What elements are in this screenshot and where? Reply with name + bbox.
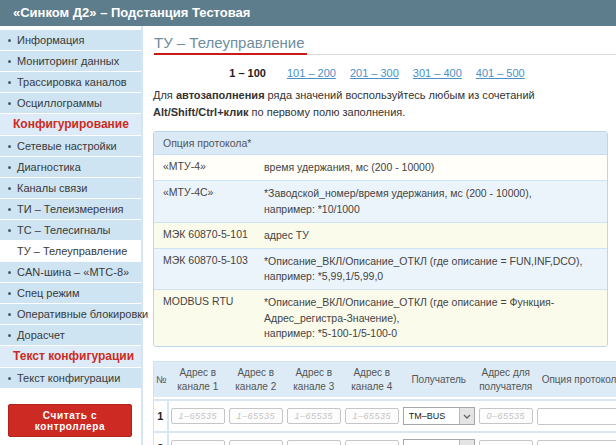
sidebar-item-ti-teleizmerenija[interactable]: ТИ – Телеизмерения xyxy=(0,199,141,219)
main-content: ТУ – Телеуправление 1 – 100101 – 200201 … xyxy=(141,26,616,445)
protocol-row-modbus: MODBUS RTU *Описание_ВКЛ/Описание_ОТКЛ (… xyxy=(154,290,607,346)
sidebar-item-tu-teleupravlenie[interactable]: ТУ – Телеуправление xyxy=(0,241,141,261)
pagination-link-101-200[interactable]: 101 – 200 xyxy=(287,67,336,79)
chevron-down-icon xyxy=(459,408,474,424)
protocol-option-input[interactable] xyxy=(537,440,616,445)
pagination: 1 – 100101 – 200201 – 300301 – 400401 – … xyxy=(153,67,608,79)
recipient-address-input[interactable] xyxy=(479,408,533,424)
sidebar-section-tekst-konfiguracii: Текст конфигурации xyxy=(0,346,141,367)
bullet-icon xyxy=(8,81,11,84)
protocol-row-mtu4: «МТУ-4» время удержания, мс (200 - 10000… xyxy=(154,155,607,181)
sidebar-item-setevye-nastrojki[interactable]: Сетевые настройки xyxy=(0,136,141,156)
pagination-link-201-300[interactable]: 201 – 300 xyxy=(350,67,399,79)
protocol-option-input[interactable] xyxy=(537,408,616,425)
pagination-current: 1 – 100 xyxy=(229,67,266,79)
sidebar: Информация Мониторинг данных Трассировка… xyxy=(0,26,141,445)
col-header-addr1: Адрес в канале 1 xyxy=(169,362,227,399)
table-row: 1 TM–BUS xyxy=(154,399,616,431)
telecontrol-table: № Адрес в канале 1 Адрес в канале 2 Адре… xyxy=(153,361,616,445)
bullet-icon xyxy=(8,292,11,295)
bullet-icon xyxy=(8,145,11,148)
col-header-addr2: Адрес в канале 2 xyxy=(227,362,285,399)
app-header: «Синком Д2» – Подстанция Тестовая xyxy=(0,0,616,26)
row-number: 2 xyxy=(154,431,169,445)
bullet-icon xyxy=(8,208,11,211)
sidebar-item-informacija[interactable]: Информация xyxy=(0,30,141,50)
protocol-options-table: Опция протокола* «МТУ-4» время удержания… xyxy=(153,131,608,347)
app-window: «Синком Д2» – Подстанция Тестовая Информ… xyxy=(0,0,616,445)
bullet-icon xyxy=(8,60,11,63)
channel4-address-input[interactable] xyxy=(345,440,399,445)
app-title: «Синком Д2» – Подстанция Тестовая xyxy=(13,5,250,20)
bullet-icon xyxy=(8,271,11,274)
sidebar-item-can-shina-mts8[interactable]: CAN-шина – «МТС-8» xyxy=(0,262,141,282)
table-header-row: № Адрес в канале 1 Адрес в канале 2 Адре… xyxy=(154,362,616,399)
bullet-icon xyxy=(8,377,11,380)
bullet-icon xyxy=(8,166,11,169)
col-header-recipient-addr: Адрес для получателя xyxy=(477,362,535,399)
sidebar-item-monitoring-dannyh[interactable]: Мониторинг данных xyxy=(0,51,141,71)
sidebar-item-diagnostika[interactable]: Диагностика xyxy=(0,157,141,177)
recipient-address-input[interactable] xyxy=(479,440,533,445)
sidebar-item-doraschet[interactable]: Дорасчет xyxy=(0,325,141,345)
sidebar-item-operativnye-blokirovki[interactable]: Оперативные блокировки xyxy=(0,304,141,324)
sidebar-item-kanaly-svjazi[interactable]: Каналы связи xyxy=(0,178,141,198)
pagination-link-301-400[interactable]: 301 – 400 xyxy=(413,67,462,79)
protocol-row-iec101: МЭК 60870-5-101 адрес ТУ xyxy=(154,223,607,249)
channel2-address-input[interactable] xyxy=(229,408,283,424)
col-header-addr3: Адрес в канале 3 xyxy=(285,362,343,399)
protocol-table-header: Опция протокола* xyxy=(154,132,607,155)
bullet-icon xyxy=(8,39,11,42)
col-header-protocol-option: Опция протокола* xyxy=(535,362,616,399)
channel2-address-input[interactable] xyxy=(229,440,283,445)
autofill-hint: Для автозаполнения ряда значений восполь… xyxy=(153,87,608,121)
sidebar-item-trassirovka-kanalov[interactable]: Трассировка каналов xyxy=(0,72,141,92)
channel3-address-input[interactable] xyxy=(287,440,341,445)
sidebar-item-ts-telesignaly[interactable]: ТС – Телесигналы xyxy=(0,220,141,240)
title-row: ТУ – Телеуправление xyxy=(153,32,616,55)
channel3-address-input[interactable] xyxy=(287,408,341,424)
col-header-num: № xyxy=(154,362,169,399)
recipient-select[interactable]: TM–BUS xyxy=(403,407,475,425)
channel1-address-input[interactable] xyxy=(171,408,225,424)
channel1-address-input[interactable] xyxy=(171,440,225,445)
bullet-icon xyxy=(8,229,11,232)
bullet-icon xyxy=(8,102,11,105)
col-header-recipient: Получатель xyxy=(401,362,477,399)
sidebar-item-oscillogrammy[interactable]: Осциллограммы xyxy=(0,93,141,113)
chevron-down-icon xyxy=(459,440,474,445)
channel4-address-input[interactable] xyxy=(345,408,399,424)
protocol-row-mtu4s: «МТУ-4С» *Заводской_номер/время удержани… xyxy=(154,181,607,222)
protocol-row-iec103: МЭК 60870-5-103 *Описание_ВКЛ/Описание_О… xyxy=(154,249,607,290)
bullet-icon xyxy=(8,334,11,337)
pagination-link-401-500[interactable]: 401 – 500 xyxy=(476,67,525,79)
page-title: ТУ – Телеуправление xyxy=(154,32,307,55)
sidebar-item-tekst-konfiguracii[interactable]: Текст конфигурации xyxy=(0,368,141,388)
recipient-select[interactable]: TM–BUS xyxy=(403,439,475,445)
sidebar-item-spec-rezhim[interactable]: Спец режим xyxy=(0,283,141,303)
col-header-addr4: Адрес в канале 4 xyxy=(343,362,401,399)
bullet-icon xyxy=(8,313,11,316)
sidebar-section-konfigurirovanie: Конфигурирование xyxy=(0,114,141,135)
read-from-controller-button[interactable]: Считать с контроллера xyxy=(8,404,132,437)
bullet-icon xyxy=(8,187,11,190)
table-row: 2 TM–BUS xyxy=(154,431,616,445)
row-number: 1 xyxy=(154,399,169,431)
